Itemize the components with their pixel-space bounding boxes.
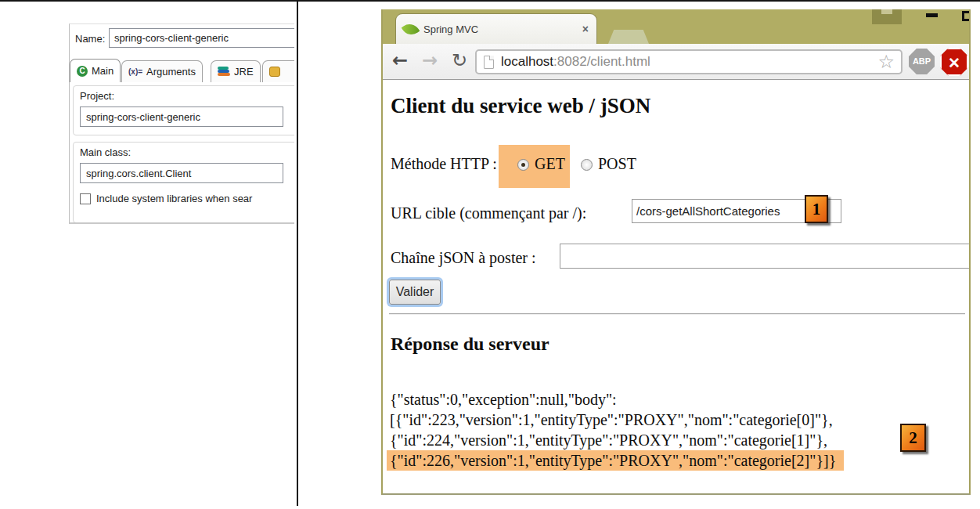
bookmark-star-icon[interactable]: ☆ (877, 52, 895, 71)
json-string-label: Chaîne jSON à poster : (391, 249, 536, 267)
json-string-input[interactable] (560, 244, 969, 269)
get-radio[interactable] (517, 159, 529, 171)
response-line-highlighted: {"id":226,"version":1,"entityType":"PROX… (387, 450, 844, 471)
submit-button[interactable]: Valider (389, 280, 441, 305)
tab-main-label: Main (92, 65, 113, 77)
browser-tab-title: Spring MVC (423, 23, 576, 35)
table-border-vertical (297, 0, 298, 506)
target-url-label: URL cible (commençant par /): (391, 204, 586, 222)
tab-close-icon[interactable]: × (582, 23, 589, 34)
window-maximize-icon[interactable] (962, 11, 971, 21)
main-class-group: Main class: Include system libraries whe… (73, 142, 294, 223)
post-radio[interactable] (581, 159, 593, 171)
project-input[interactable] (80, 106, 283, 127)
name-label: Name: (75, 33, 105, 45)
arguments-icon: (x)= (128, 67, 142, 76)
browser-window: Spring MVC × ← → ↻ localhost:8082/client… (381, 9, 971, 495)
address-bar[interactable]: localhost:8082/client.html ☆ (475, 49, 903, 74)
java-app-icon: C (77, 66, 88, 77)
url-host: localhost (501, 54, 553, 69)
response-line: {"id":224,"version":1,"entityType":"PROX… (387, 430, 844, 450)
config-name-input[interactable] (109, 28, 294, 48)
page-title: Client du service web / jSON (391, 94, 650, 118)
back-icon[interactable]: ← (392, 49, 408, 72)
main-class-label: Main class: (80, 146, 131, 158)
jre-library-icon (218, 67, 230, 77)
eclipse-run-config-panel: Name: C Main (x)= Arguments JRE Project: (69, 23, 294, 224)
get-label: GET (535, 155, 565, 173)
include-libs-label: Include system libraries when sear (96, 193, 252, 204)
server-response: {"status":0,"exception":null,"body": [{"… (387, 389, 844, 471)
adblock-stop-icon[interactable]: ✕ (940, 48, 968, 76)
response-title: Réponse du serveur (391, 334, 549, 355)
response-line: {"status":0,"exception":null,"body": (387, 389, 844, 410)
include-libs-row: Include system libraries when sear (80, 193, 252, 204)
browser-tab[interactable]: Spring MVC × (395, 13, 597, 44)
annotation-badge-1: 1 (805, 195, 828, 223)
window-theme-tab (872, 9, 902, 24)
tab-arguments[interactable]: (x)= Arguments (121, 60, 203, 82)
screenshot-root: Name: C Main (x)= Arguments JRE Project: (0, 0, 980, 509)
table-border-top (0, 0, 980, 2)
post-label: POST (598, 155, 636, 173)
classpath-icon (269, 67, 280, 77)
forward-icon[interactable]: → (422, 49, 438, 72)
browser-toolbar: ← → ↻ localhost:8082/client.html ☆ ABP ✕ (383, 44, 969, 80)
tab-jre-label: JRE (234, 66, 254, 78)
web-page-content: Client du service web / jSON Méthode HTT… (383, 80, 969, 494)
refresh-icon[interactable]: ↻ (452, 49, 467, 72)
method-label: Méthode HTTP : (391, 155, 497, 173)
project-group: Project: (73, 85, 294, 135)
url-text[interactable]: localhost:8082/client.html (501, 54, 871, 70)
project-label: Project: (80, 90, 114, 102)
window-minimize-icon[interactable] (926, 13, 938, 17)
spring-leaf-favicon (402, 20, 420, 38)
response-line: [{"id":223,"version":1,"entityType":"PRO… (387, 410, 844, 430)
page-document-icon (484, 56, 494, 69)
tab-classpath-partial[interactable] (262, 60, 294, 82)
url-path: :8082/client.html (553, 54, 650, 69)
tab-main[interactable]: C Main (70, 59, 121, 82)
browser-tab-strip: Spring MVC × (383, 9, 969, 44)
main-class-input[interactable] (80, 163, 283, 183)
adblock-plus-icon[interactable]: ABP (909, 49, 935, 74)
new-tab-button[interactable] (608, 30, 649, 44)
include-libs-checkbox[interactable] (80, 193, 91, 204)
horizontal-rule (389, 313, 965, 315)
annotation-badge-2: 2 (900, 424, 926, 452)
tab-jre[interactable]: JRE (211, 60, 261, 82)
tab-arguments-label: Arguments (146, 66, 196, 78)
config-tab-bar: C Main (x)= Arguments JRE (70, 59, 294, 82)
